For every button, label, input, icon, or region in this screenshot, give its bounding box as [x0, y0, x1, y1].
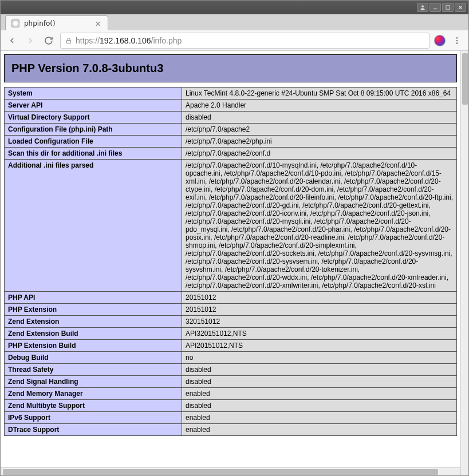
config-key: Server API — [5, 100, 182, 112]
vertical-scrollbar[interactable] — [460, 51, 468, 475]
config-value: enabled — [182, 388, 457, 400]
config-key: Debug Build — [5, 352, 182, 364]
config-value: enabled — [182, 424, 457, 436]
svg-rect-5 — [67, 40, 71, 43]
table-row: PHP API20151012 — [5, 292, 457, 304]
config-key: Configuration File (php.ini) Path — [5, 124, 182, 136]
table-row: Virtual Directory Supportdisabled — [5, 112, 457, 124]
minimize-button[interactable] — [429, 3, 441, 12]
config-value: /etc/php/7.0/apache2/php.ini — [182, 136, 457, 148]
config-key: IPv6 Support — [5, 412, 182, 424]
config-value: disabled — [182, 364, 457, 376]
table-row: Zend Memory Managerenabled — [5, 388, 457, 400]
table-row: Zend Multibyte Supportdisabled — [5, 400, 457, 412]
vertical-scroll-thumb[interactable] — [462, 53, 468, 105]
forward-button[interactable] — [23, 34, 37, 47]
menu-button[interactable] — [450, 34, 464, 47]
table-row: Zend Signal Handlingdisabled — [5, 376, 457, 388]
phpinfo-table: SystemLinux TecMint 4.8.0-22-generic #24… — [4, 87, 457, 436]
config-key: Zend Multibyte Support — [5, 400, 182, 412]
extension-icon[interactable] — [434, 35, 446, 46]
config-key: Virtual Directory Support — [5, 112, 182, 124]
user-icon[interactable] — [417, 3, 428, 12]
svg-point-0 — [421, 5, 424, 7]
config-key: PHP Extension — [5, 304, 182, 316]
config-value: /etc/php/7.0/apache2 — [182, 124, 457, 136]
config-key: Zend Signal Handling — [5, 376, 182, 388]
browser-window: phpinfo() × https://192.168.0.106/info.p… — [0, 0, 469, 476]
url-path: /info.php — [151, 36, 182, 45]
table-row: Server APIApache 2.0 Handler — [5, 100, 457, 112]
viewport: PHP Version 7.0.8-3ubuntu3 SystemLinux T… — [1, 51, 468, 475]
config-key: PHP API — [5, 292, 182, 304]
back-button[interactable] — [5, 34, 19, 47]
table-row: Scan this dir for additional .ini files/… — [5, 148, 457, 160]
table-row: Thread Safetydisabled — [5, 364, 457, 376]
config-key: PHP Extension Build — [5, 340, 182, 352]
config-value: /etc/php/7.0/apache2/conf.d — [182, 148, 457, 160]
reload-button[interactable] — [42, 34, 56, 47]
address-bar[interactable]: https://192.168.0.106/info.php — [60, 33, 429, 49]
tab-close-icon[interactable]: × — [94, 19, 102, 27]
config-value: disabled — [182, 376, 457, 388]
lock-icon — [65, 37, 72, 44]
tab-strip: phpinfo() × — [1, 14, 468, 30]
config-key: Scan this dir for additional .ini files — [5, 148, 182, 160]
url-text: https://192.168.0.106/info.php — [76, 36, 424, 45]
table-row: Zend Extension BuildAPI320151012,NTS — [5, 328, 457, 340]
browser-tab[interactable]: phpinfo() × — [5, 15, 108, 30]
config-value: Apache 2.0 Handler — [182, 100, 457, 112]
table-row: Additional .ini files parsed/etc/php/7.0… — [5, 160, 457, 292]
config-value: 20151012 — [182, 304, 457, 316]
close-button[interactable] — [455, 3, 466, 12]
maximize-button[interactable] — [442, 3, 454, 12]
svg-point-6 — [456, 37, 458, 39]
table-row: IPv6 Supportenabled — [5, 412, 457, 424]
table-row: Loaded Configuration File/etc/php/7.0/ap… — [5, 136, 457, 148]
page-content: PHP Version 7.0.8-3ubuntu3 SystemLinux T… — [1, 51, 460, 467]
svg-point-8 — [456, 42, 458, 44]
config-key: Thread Safety — [5, 364, 182, 376]
config-key: Zend Extension — [5, 316, 182, 328]
table-row: PHP Extension BuildAPI20151012,NTS — [5, 340, 457, 352]
table-row: PHP Extension20151012 — [5, 304, 457, 316]
svg-rect-2 — [446, 6, 450, 9]
favicon-icon — [11, 19, 19, 27]
url-scheme: https:// — [76, 36, 100, 45]
php-version-title: PHP Version 7.0.8-3ubuntu3 — [11, 62, 450, 75]
config-value: disabled — [182, 112, 457, 124]
config-value: API320151012,NTS — [182, 328, 457, 340]
url-host: 192.168.0.106 — [100, 36, 151, 45]
browser-toolbar: https://192.168.0.106/info.php — [1, 30, 468, 51]
tab-title: phpinfo() — [24, 19, 89, 27]
config-key: DTrace Support — [5, 424, 182, 436]
svg-point-7 — [456, 39, 458, 41]
table-row: DTrace Supportenabled — [5, 424, 457, 436]
config-key: Additional .ini files parsed — [5, 160, 182, 292]
config-value: /etc/php/7.0/apache2/conf.d/10-mysqlnd.i… — [182, 160, 457, 292]
table-row: Debug Buildno — [5, 352, 457, 364]
config-value: enabled — [182, 412, 457, 424]
table-row: Zend Extension320151012 — [5, 316, 457, 328]
config-key: System — [5, 88, 182, 100]
window-titlebar — [1, 1, 468, 14]
config-value: no — [182, 352, 457, 364]
horizontal-scrollbar[interactable] — [1, 467, 460, 475]
config-key: Zend Memory Manager — [5, 388, 182, 400]
config-value: 20151012 — [182, 292, 457, 304]
config-value: Linux TecMint 4.8.0-22-generic #24-Ubunt… — [182, 88, 457, 100]
table-row: Configuration File (php.ini) Path/etc/ph… — [5, 124, 457, 136]
config-value: disabled — [182, 400, 457, 412]
phpinfo-header: PHP Version 7.0.8-3ubuntu3 — [4, 54, 457, 82]
config-value: 320151012 — [182, 316, 457, 328]
config-key: Zend Extension Build — [5, 328, 182, 340]
config-key: Loaded Configuration File — [5, 136, 182, 148]
config-value: API20151012,NTS — [182, 340, 457, 352]
horizontal-scroll-thumb[interactable] — [3, 469, 438, 475]
table-row: SystemLinux TecMint 4.8.0-22-generic #24… — [5, 88, 457, 100]
